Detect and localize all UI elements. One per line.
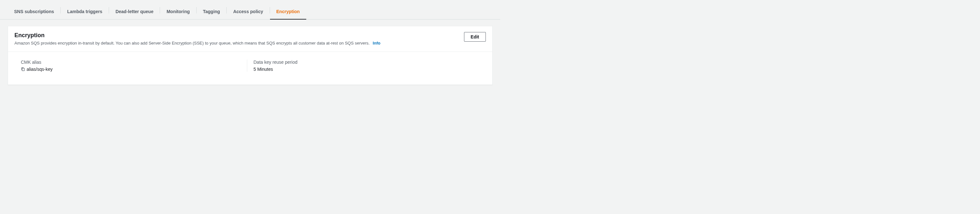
field-value-cmk: alias/sqs-key (21, 67, 247, 72)
tab-tagging[interactable]: Tagging (197, 6, 226, 19)
field-label-reuse: Data key reuse period (254, 60, 480, 65)
tab-encryption[interactable]: Encryption (270, 6, 306, 19)
tab-dead-letter-queue[interactable]: Dead-letter queue (109, 6, 160, 19)
panel-header-text: Encryption Amazon SQS provides encryptio… (14, 32, 458, 46)
tab-sns-subscriptions[interactable]: SNS subscriptions (8, 6, 60, 19)
field-data-key-reuse: Data key reuse period 5 Minutes (247, 60, 480, 72)
panel-description: Amazon SQS provides encryption in-transi… (14, 40, 458, 46)
edit-button[interactable]: Edit (464, 32, 486, 42)
tabs-bar: SNS subscriptions Lambda triggers Dead-l… (0, 0, 500, 19)
encryption-panel: Encryption Amazon SQS provides encryptio… (8, 26, 493, 85)
info-link[interactable]: Info (372, 41, 380, 46)
panel-header: Encryption Amazon SQS provides encryptio… (8, 26, 492, 52)
panel-description-text: Amazon SQS provides encryption in-transi… (14, 41, 370, 46)
svg-rect-0 (22, 68, 24, 70)
panel-title: Encryption (14, 32, 458, 39)
field-value-reuse: 5 Minutes (254, 67, 480, 72)
panel-body: CMK alias alias/sqs-key Data key reuse p… (8, 52, 492, 85)
tab-access-policy[interactable]: Access policy (227, 6, 269, 19)
tabs-list: SNS subscriptions Lambda triggers Dead-l… (8, 6, 306, 19)
field-label-cmk: CMK alias (21, 60, 247, 65)
tab-monitoring[interactable]: Monitoring (160, 6, 196, 19)
tab-lambda-triggers[interactable]: Lambda triggers (60, 6, 109, 19)
field-cmk-alias: CMK alias alias/sqs-key (21, 60, 247, 72)
copy-icon[interactable] (21, 67, 25, 71)
reuse-period-value: 5 Minutes (254, 67, 273, 72)
cmk-alias-value: alias/sqs-key (27, 67, 52, 72)
